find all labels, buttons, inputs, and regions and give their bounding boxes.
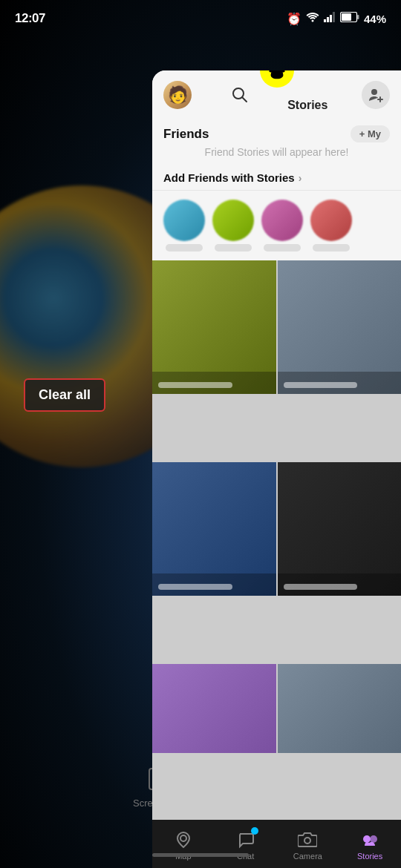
svg-rect-1	[324, 19, 326, 22]
svg-line-9	[242, 97, 247, 102]
content-grid	[152, 260, 401, 820]
my-story-button[interactable]: + My	[351, 125, 390, 142]
content-tile-1[interactable]	[152, 260, 276, 394]
svg-point-14	[304, 838, 310, 844]
content-tile-5[interactable]	[152, 664, 276, 753]
svg-point-15	[363, 835, 371, 843]
snapchat-logo	[260, 70, 294, 88]
svg-rect-2	[327, 17, 329, 22]
stories-title: Stories	[287, 99, 327, 112]
svg-point-13	[180, 835, 186, 841]
camera-icon	[297, 829, 318, 850]
content-tile-4[interactable]	[278, 462, 402, 596]
clear-all-button[interactable]: Clear all	[24, 378, 105, 412]
alarm-icon: ⏰	[287, 12, 301, 26]
add-friends-row[interactable]: Add Friends with Stories ›	[152, 165, 401, 191]
chat-icon	[235, 829, 256, 850]
friends-section: Friends + My Friend Stories will appear …	[152, 119, 401, 165]
story-circle-3[interactable]	[261, 200, 303, 251]
svg-rect-3	[330, 15, 332, 22]
chat-badge	[251, 827, 258, 835]
stories-icon	[359, 829, 380, 850]
signal-icon	[324, 12, 336, 25]
svg-point-0	[311, 20, 313, 22]
bottom-nav: Map Chat Camera	[152, 820, 401, 868]
content-tile-3[interactable]	[152, 462, 276, 596]
battery-icon	[340, 12, 359, 25]
svg-rect-7	[342, 13, 351, 21]
snapchat-panel: 🧑 Stories Friends + My	[152, 70, 401, 868]
nav-camera-label: Camera	[293, 852, 322, 861]
friends-title: Friends	[163, 127, 209, 142]
content-tile-6[interactable]	[278, 664, 402, 753]
svg-rect-4	[333, 12, 335, 22]
nav-item-camera[interactable]: Camera	[277, 829, 339, 861]
status-time: 12:07	[15, 11, 45, 26]
user-avatar[interactable]: 🧑	[163, 81, 192, 109]
status-right: ⏰ 44%	[287, 12, 386, 26]
battery-percent: 44%	[364, 13, 386, 25]
search-icon[interactable]	[226, 81, 254, 109]
chevron-right-icon: ›	[299, 172, 302, 184]
svg-point-10	[371, 89, 377, 95]
friends-row: Friends + My	[163, 125, 390, 142]
svg-rect-6	[357, 15, 359, 19]
my-story-label: + My	[359, 128, 381, 139]
status-bar: 12:07 ⏰ 44%	[0, 0, 401, 37]
add-friend-button[interactable]	[362, 81, 390, 109]
nav-stories-label: Stories	[357, 852, 382, 861]
nav-item-stories[interactable]: Stories	[339, 829, 401, 861]
story-circles-row	[152, 191, 401, 260]
story-circle-4[interactable]	[310, 200, 352, 251]
svg-point-16	[370, 835, 377, 843]
story-circle-2[interactable]	[212, 200, 254, 251]
map-icon	[173, 829, 194, 850]
story-circle-1[interactable]	[163, 200, 205, 251]
wifi-icon	[306, 12, 319, 25]
snap-header: 🧑 Stories	[152, 70, 401, 119]
content-tile-2[interactable]	[278, 260, 402, 394]
friend-stories-placeholder: Friend Stories will appear here!	[163, 142, 390, 162]
home-indicator	[152, 853, 249, 857]
add-friends-label: Add Friends with Stories	[163, 171, 295, 184]
